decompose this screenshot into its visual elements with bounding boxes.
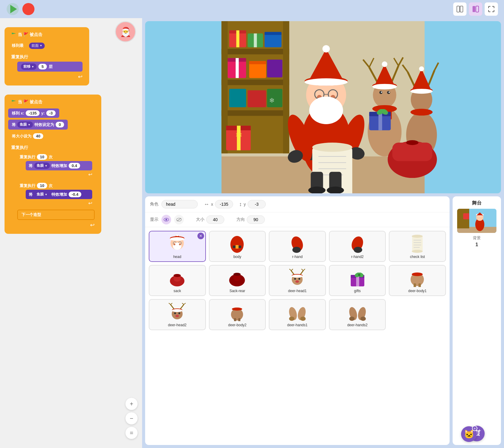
deerhead2-sprite-svg bbox=[167, 303, 187, 321]
sprite-card-gifts[interactable]: gifts bbox=[329, 265, 386, 296]
sprite-card-deerhands1[interactable]: deer-hands1 bbox=[269, 299, 326, 330]
sprite-card-deerbody1[interactable]: deer-body1 bbox=[389, 265, 446, 296]
eye-open-icon bbox=[164, 217, 169, 222]
sprite-label-rhand2: r-hand2 bbox=[351, 255, 363, 259]
show-button[interactable] bbox=[161, 215, 171, 224]
body-sprite-svg bbox=[227, 235, 247, 253]
arrow-horizontal-icon: ↔ bbox=[204, 201, 209, 208]
sprite-card-checklist[interactable]: check list bbox=[389, 231, 446, 262]
fullscreen-button[interactable] bbox=[485, 2, 498, 16]
effect-dropdown-1[interactable]: 鱼眼 bbox=[17, 121, 33, 128]
stage-thumbnail[interactable] bbox=[457, 209, 496, 233]
svg-point-147 bbox=[292, 275, 303, 278]
sprite-card-head[interactable]: ✕ bbox=[149, 231, 206, 262]
svg-rect-21 bbox=[265, 32, 281, 35]
sprite-label-sack: sack bbox=[174, 289, 181, 293]
code-panel: 🎅 当 🚩 被点击 移到最 前面 重复执行 bbox=[0, 18, 142, 448]
green-flag-button[interactable] bbox=[6, 2, 19, 16]
direction-group: 方向 90 bbox=[236, 215, 265, 224]
svg-rect-11 bbox=[222, 79, 289, 85]
svg-rect-27 bbox=[267, 60, 282, 77]
svg-point-123 bbox=[292, 247, 301, 253]
visible-label: 显示 bbox=[150, 217, 158, 222]
stage-bg-count: 1 bbox=[476, 242, 478, 247]
sprite-card-sackrear[interactable]: Sack-rear bbox=[209, 265, 266, 296]
svg-point-179 bbox=[289, 317, 294, 321]
sprite-card-body[interactable]: body bbox=[209, 231, 266, 262]
zoom-reset-button[interactable]: = bbox=[125, 427, 138, 439]
size-group: 大小 40 bbox=[196, 215, 224, 224]
svg-rect-3 bbox=[460, 6, 463, 12]
green-flag-icon bbox=[6, 2, 19, 16]
svg-point-160 bbox=[412, 272, 423, 276]
svg-point-75 bbox=[372, 84, 397, 89]
svg-text:❄: ❄ bbox=[235, 130, 242, 140]
svg-point-138 bbox=[233, 273, 241, 276]
sprite-card-deerhead2[interactable]: deer-head2 bbox=[149, 299, 206, 330]
sprite-label-deerbody2: deer-body2 bbox=[228, 323, 247, 327]
zoom-out-button[interactable]: − bbox=[125, 412, 138, 424]
sprite-img-deerbody1 bbox=[407, 268, 428, 288]
effect-dropdown-2[interactable]: 鱼眼 bbox=[34, 163, 50, 169]
sprite-delete-head[interactable]: ✕ bbox=[197, 233, 204, 239]
inner-repeat-2: 重复执行 10 次 将 鱼眼 特效增加 -0.4 ↩ bbox=[17, 181, 95, 208]
set-effect-inner: 将 鱼眼 特效设定为 0 bbox=[8, 120, 68, 130]
svg-point-118 bbox=[179, 243, 181, 245]
svg-point-50 bbox=[309, 96, 343, 124]
effect-dropdown-3[interactable]: 鱼眼 bbox=[34, 191, 50, 198]
sprite-card-deerhands2[interactable]: deer-hands2 bbox=[329, 299, 386, 330]
deerbody1-sprite-svg bbox=[408, 269, 427, 287]
svg-point-156 bbox=[358, 274, 360, 276]
x-label: x bbox=[211, 202, 213, 207]
effect-change-val-1: 0.4 bbox=[69, 163, 80, 169]
sprite-label-body: body bbox=[233, 255, 241, 259]
x-value: -135 bbox=[26, 110, 40, 116]
move-layers-dropdown[interactable]: 前移 bbox=[21, 63, 37, 70]
svg-rect-159 bbox=[418, 283, 421, 287]
green-flag-small-2 bbox=[12, 100, 16, 104]
svg-line-163 bbox=[169, 303, 171, 305]
hide-button[interactable] bbox=[174, 215, 184, 224]
zoom-controls: + − = bbox=[125, 398, 138, 439]
svg-point-43 bbox=[304, 78, 348, 85]
svg-rect-2 bbox=[457, 6, 460, 12]
front-dropdown[interactable]: 前面 bbox=[29, 43, 45, 49]
sprite-name-input[interactable] bbox=[161, 200, 198, 208]
deerhands2-sprite-svg bbox=[348, 303, 367, 321]
set-size-block: 将大小设为 40 bbox=[8, 131, 98, 141]
main-layout: 🎅 当 🚩 被点击 移到最 前面 重复执行 bbox=[0, 18, 504, 448]
block-group-2: 当 🚩 被点击 移到 x: -135 y: -3 将 鱼眼 bbox=[5, 95, 101, 234]
svg-rect-175 bbox=[238, 318, 240, 321]
sprite-card-sack[interactable]: sack bbox=[149, 265, 206, 296]
sprite-label-deerhands1: deer-hands1 bbox=[287, 323, 307, 327]
hat-block-2: 当 🚩 被点击 bbox=[8, 98, 98, 107]
svg-line-142 bbox=[291, 269, 293, 271]
set-size-inner: 将大小设为 40 bbox=[8, 131, 47, 141]
layout-split-button[interactable] bbox=[453, 2, 467, 16]
y-label: y bbox=[244, 202, 246, 207]
svg-point-170 bbox=[174, 312, 176, 314]
effect-value-1: 0 bbox=[56, 122, 64, 127]
svg-point-106 bbox=[165, 219, 167, 221]
bottom-section: 角色 ↔ x -135 ↕ y -3 显示 bbox=[142, 196, 504, 448]
sprite-card-deerhead1[interactable]: deer-head1 bbox=[269, 265, 326, 296]
layout-overlay-button[interactable] bbox=[469, 2, 482, 16]
sprite-card-deerbody2[interactable]: deer-body2 bbox=[209, 299, 266, 330]
stop-button[interactable] bbox=[22, 3, 34, 15]
sprite-label-checklist: check list bbox=[410, 255, 425, 259]
sprite-card-rhand[interactable]: r-hand bbox=[269, 231, 326, 262]
hat-label-2: 当 🚩 被点击 bbox=[18, 99, 42, 105]
svg-point-74 bbox=[382, 61, 387, 67]
loop-arrow-outer: ↩ bbox=[11, 222, 95, 228]
rhand-sprite-svg bbox=[288, 235, 307, 253]
zoom-in-button[interactable]: + bbox=[125, 398, 138, 410]
playback-controls bbox=[6, 2, 34, 16]
deerhands1-sprite-svg bbox=[288, 303, 307, 321]
sprite-card-rhand2[interactable]: r-hand2 bbox=[329, 231, 386, 262]
layers-suffix: 层 bbox=[49, 64, 53, 69]
svg-rect-19 bbox=[254, 34, 257, 47]
svg-point-127 bbox=[412, 235, 423, 238]
svg-point-42 bbox=[322, 45, 330, 52]
svg-point-100 bbox=[406, 140, 418, 145]
svg-point-184 bbox=[360, 317, 366, 321]
